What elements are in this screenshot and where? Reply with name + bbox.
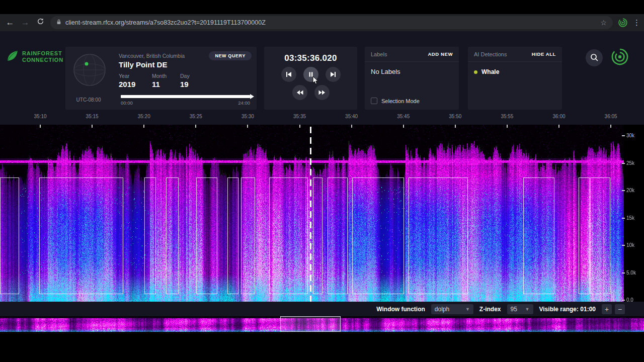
stream-location: Vancouver, British Columbia	[119, 53, 185, 59]
whale-detection-box[interactable]	[269, 177, 308, 294]
time-tick-mark	[610, 125, 611, 128]
rewind-button[interactable]	[292, 85, 307, 100]
stream-name: Tilly Point DE	[119, 60, 167, 69]
slider-pointer-icon[interactable]	[250, 94, 254, 99]
whale-detection-box[interactable]	[579, 177, 590, 294]
search-button[interactable]	[586, 49, 603, 66]
day-field: Day 19	[180, 73, 190, 88]
whale-detection-box[interactable]	[409, 177, 468, 294]
mouse-cursor	[312, 76, 319, 87]
freq-tick-mark	[622, 273, 625, 274]
time-tick-mark	[195, 125, 196, 128]
freq-tick-label: 5.0k	[626, 270, 636, 276]
time-tick-mark	[299, 125, 300, 128]
whale-detection-box[interactable]	[166, 177, 179, 294]
detection-color-dot	[474, 70, 477, 74]
whale-detection-box[interactable]	[0, 177, 19, 294]
skip-previous-button[interactable]	[281, 67, 296, 82]
browser-menu-icon[interactable]: ⋮	[633, 18, 639, 27]
letterbox-bottom	[0, 332, 644, 362]
stream-info-panel: UTC-08:00 Vancouver, British Columbia NE…	[65, 47, 257, 110]
freq-tick-mark	[622, 245, 625, 246]
whale-detection-box[interactable]	[523, 177, 554, 294]
whale-detection-box[interactable]	[241, 177, 255, 294]
year-label: Year	[119, 73, 135, 79]
z-index-select[interactable]: 95 ▼	[507, 304, 533, 314]
time-tick-mark	[143, 125, 144, 128]
rfcx-extension-icon[interactable]	[618, 18, 628, 28]
forward-icon[interactable]: →	[20, 18, 30, 28]
skip-next-button[interactable]	[326, 67, 341, 82]
globe-icon	[72, 53, 107, 89]
search-icon	[590, 53, 599, 63]
time-tick-label: 35:25	[190, 114, 202, 119]
freq-tick-label: 15k	[626, 216, 634, 221]
time-tick-label: 36:00	[552, 114, 565, 119]
fast-forward-button[interactable]	[314, 85, 330, 100]
freq-tick-label: 0.0	[626, 298, 633, 303]
whale-detection-box[interactable]	[39, 177, 123, 294]
day-seek-slider[interactable]	[121, 95, 250, 98]
new-query-button[interactable]: NEW QUERY	[209, 51, 252, 60]
freq-tick-label: 20k	[626, 188, 634, 193]
whale-detection-box[interactable]	[313, 177, 323, 294]
time-tick-label: 35:50	[449, 114, 461, 119]
whale-detection-box[interactable]	[144, 177, 156, 294]
month-value[interactable]: 11	[152, 80, 167, 88]
whale-detection-box[interactable]	[196, 177, 217, 294]
freq-tick-mark	[622, 163, 625, 164]
whale-detection-box[interactable]	[352, 177, 404, 294]
time-tick-label: 35:20	[138, 114, 150, 119]
screen: ← → client-stream.rfcx.org/streams/a7so8…	[0, 0, 644, 362]
month-label: Month	[152, 73, 167, 79]
visible-range-label: Visible range: 01:00	[539, 306, 596, 313]
zoom-out-button[interactable]: −	[615, 304, 625, 314]
z-index-label: Z-index	[479, 306, 501, 313]
time-tick-mark	[507, 125, 508, 128]
freq-tick-mark	[622, 190, 625, 191]
browser-toolbar: ← → client-stream.rfcx.org/streams/a7so8…	[0, 14, 644, 31]
spectrogram-controls: Window function dolph ▼ Z-index 95 ▼ Vis…	[0, 302, 644, 316]
lock-icon	[56, 18, 61, 27]
detection-name: Whale	[481, 68, 499, 75]
add-new-button[interactable]: ADD NEW	[428, 51, 453, 57]
freq-tick-label: 10k	[626, 243, 634, 248]
hide-all-button[interactable]: HIDE ALL	[532, 51, 556, 57]
labels-title: Labels	[371, 51, 387, 57]
bookmark-star-icon[interactable]: ☆	[600, 19, 607, 27]
rainforest-connection-logo: RAINFOREST CONNECTION	[6, 49, 63, 64]
time-tick-label: 35:30	[242, 114, 254, 119]
window-function-value: dolph	[435, 306, 449, 313]
rfcx-app: RAINFOREST CONNECTION UTC-08:00 Vancouve…	[0, 31, 644, 362]
address-bar[interactable]: client-stream.rfcx.org/streams/a7so83zc2…	[50, 16, 613, 29]
window-function-label: Window function	[376, 306, 425, 313]
day-start-label: 00:00	[121, 100, 133, 106]
time-tick-label: 36:05	[605, 114, 617, 119]
whale-detection-box[interactable]	[328, 177, 348, 294]
freq-tick-mark	[622, 218, 625, 219]
chevron-down-icon: ▼	[525, 307, 530, 312]
month-field: Month 11	[152, 73, 167, 88]
day-value[interactable]: 19	[180, 80, 190, 88]
back-icon[interactable]: ←	[5, 18, 15, 28]
time-tick-mark	[92, 125, 93, 128]
time-tick-mark	[558, 125, 559, 128]
playhead-line[interactable]	[310, 127, 311, 302]
reload-icon[interactable]	[35, 18, 45, 28]
z-index-value: 95	[511, 306, 517, 313]
minimap-selection-window[interactable]	[280, 316, 341, 332]
freq-tick-label: 30k	[626, 133, 634, 138]
zoom-in-button[interactable]: +	[602, 304, 612, 314]
window-function-select[interactable]: dolph ▼	[431, 304, 473, 314]
selection-mode-checkbox[interactable]	[371, 98, 377, 104]
freq-tick-mark	[622, 300, 625, 301]
letterbox-top	[0, 0, 644, 14]
time-axis: 35:1035:1535:2035:2535:3035:3535:4035:45…	[0, 110, 644, 125]
year-value[interactable]: 2019	[119, 80, 135, 88]
whale-detection-box[interactable]	[227, 177, 238, 294]
ai-detection-item[interactable]: Whale	[474, 68, 556, 75]
whale-detection-box[interactable]	[590, 177, 610, 294]
no-labels-text: No Labels	[365, 62, 459, 81]
player-panel: 03:35:36.020	[264, 47, 357, 110]
rfcx-logo-icon[interactable]	[611, 48, 629, 68]
